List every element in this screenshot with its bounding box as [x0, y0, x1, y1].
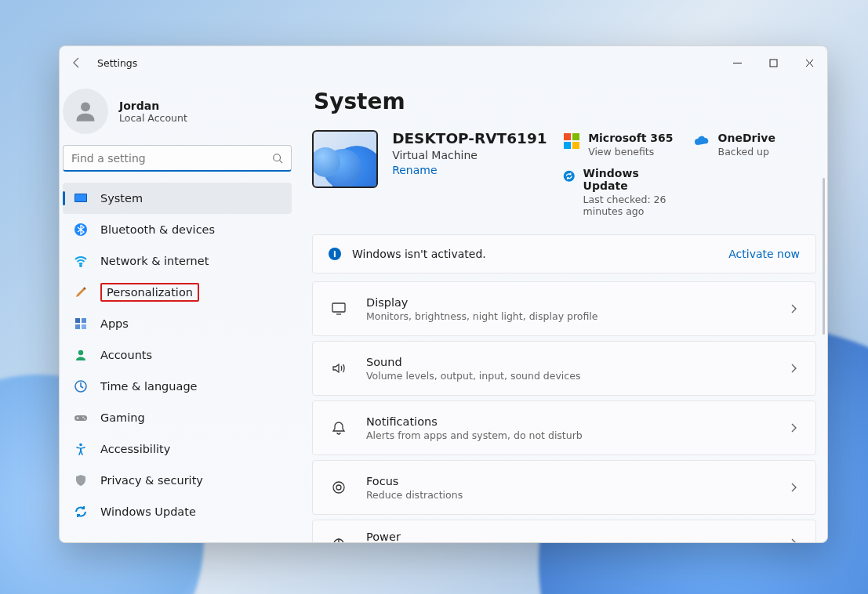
svg-rect-22 — [332, 303, 345, 312]
focus-icon — [330, 479, 347, 496]
svg-rect-20 — [572, 142, 579, 149]
device-name: DESKTOP-RVT6191 — [392, 130, 549, 147]
info-icon: i — [329, 248, 341, 260]
activation-banner: i Windows isn't activated. Activate now — [312, 234, 816, 273]
accessibility-icon — [74, 442, 88, 456]
tile-onedrive[interactable]: OneDriveBacked up — [693, 132, 816, 158]
sidebar-item-privacy[interactable]: Privacy & security — [63, 465, 292, 496]
nav-label: Windows Update — [100, 505, 196, 518]
svg-rect-0 — [770, 60, 777, 67]
svg-point-16 — [79, 444, 82, 447]
monitor-icon — [330, 300, 347, 317]
paintbrush-icon — [74, 285, 88, 299]
search-input-wrap[interactable] — [63, 145, 292, 172]
display-icon — [74, 191, 88, 205]
setting-title: Focus — [366, 475, 463, 487]
sidebar-item-personalization[interactable]: Personalization — [63, 277, 292, 308]
chevron-right-icon — [789, 480, 798, 495]
setting-title: Notifications — [366, 415, 583, 428]
setting-row-sound[interactable]: SoundVolume levels, output, input, sound… — [312, 341, 816, 396]
tile-sub: View benefits — [588, 146, 673, 158]
setting-title: Display — [366, 296, 597, 309]
setting-sub: Reduce distractions — [366, 489, 463, 501]
svg-point-15 — [84, 418, 85, 420]
user-name: Jordan — [119, 100, 187, 112]
scrollbar[interactable] — [823, 178, 825, 335]
svg-rect-9 — [75, 324, 80, 329]
page-title: System — [314, 89, 816, 114]
sidebar-item-gaming[interactable]: Gaming — [63, 402, 292, 433]
svg-rect-17 — [564, 133, 571, 140]
setting-title: Sound — [366, 356, 580, 368]
tile-title: Microsoft 365 — [588, 132, 673, 144]
nav-list: System Bluetooth & devices Network & int… — [60, 179, 303, 542]
minimize-button[interactable] — [719, 50, 755, 75]
sidebar-item-accounts[interactable]: Accounts — [63, 339, 292, 371]
update-circle-icon — [563, 168, 575, 185]
chevron-right-icon — [789, 536, 798, 543]
maximize-button[interactable] — [755, 50, 791, 75]
tile-sub: Last checked: 26 minutes ago — [583, 194, 687, 217]
svg-point-1 — [81, 102, 90, 111]
clock-globe-icon — [74, 379, 88, 393]
nav-label: Privacy & security — [100, 474, 203, 487]
svg-point-21 — [564, 171, 575, 182]
nav-label: Time & language — [100, 380, 198, 393]
setting-row-focus[interactable]: FocusReduce distractions — [312, 460, 816, 515]
activation-text: Windows isn't activated. — [352, 248, 486, 260]
speaker-icon — [330, 360, 347, 377]
sidebar-item-windows-update[interactable]: Windows Update — [63, 496, 292, 527]
nav-label: Apps — [100, 317, 129, 330]
svg-rect-18 — [572, 133, 579, 140]
sidebar-item-accessibility[interactable]: Accessibility — [63, 433, 292, 465]
gamepad-icon — [74, 411, 88, 425]
tile-microsoft365[interactable]: Microsoft 365View benefits — [563, 132, 686, 158]
device-type: Virtual Machine — [392, 149, 549, 161]
chevron-right-icon — [789, 421, 798, 436]
sidebar-item-bluetooth[interactable]: Bluetooth & devices — [63, 214, 292, 245]
setting-title: Power — [366, 531, 518, 543]
titlebar: Settings — [60, 46, 827, 79]
svg-point-14 — [82, 417, 84, 418]
setting-sub: Volume levels, output, input, sound devi… — [366, 370, 580, 382]
svg-rect-4 — [75, 194, 86, 201]
tile-windows-update[interactable]: Windows UpdateLast checked: 26 minutes a… — [563, 167, 686, 217]
sidebar: Jordan Local Account System Bluetooth & … — [60, 79, 303, 542]
nav-label: Network & internet — [100, 255, 209, 267]
svg-point-2 — [274, 154, 281, 161]
nav-label: Accounts — [100, 349, 152, 361]
close-button[interactable] — [791, 50, 827, 75]
power-icon — [330, 534, 347, 542]
svg-rect-13 — [74, 415, 87, 421]
setting-row-notifications[interactable]: NotificationsAlerts from apps and system… — [312, 400, 816, 455]
tile-title: OneDrive — [718, 132, 775, 144]
back-button[interactable] — [71, 56, 83, 69]
device-thumbnail[interactable] — [312, 130, 378, 188]
chevron-right-icon — [789, 302, 798, 317]
svg-point-23 — [333, 482, 344, 493]
setting-row-display[interactable]: DisplayMonitors, brightness, night light… — [312, 281, 816, 336]
sidebar-item-network[interactable]: Network & internet — [63, 245, 292, 277]
settings-window: Settings Jordan Local Account — [59, 45, 828, 543]
sidebar-item-apps[interactable]: Apps — [63, 308, 292, 339]
search-input[interactable] — [71, 152, 272, 165]
chevron-right-icon — [789, 361, 798, 376]
update-icon — [74, 505, 88, 519]
sidebar-item-system[interactable]: System — [63, 183, 292, 214]
setting-row-power[interactable]: PowerScreen and sleep, power mode — [312, 520, 816, 542]
search-icon — [272, 153, 283, 164]
activate-now-link[interactable]: Activate now — [728, 248, 800, 260]
tile-title: Windows Update — [583, 167, 687, 192]
apps-icon — [74, 317, 88, 331]
user-account-button[interactable]: Jordan Local Account — [60, 85, 303, 145]
svg-rect-8 — [82, 318, 86, 323]
wifi-icon — [74, 254, 88, 268]
tile-sub: Backed up — [718, 146, 775, 158]
nav-label: Personalization — [100, 283, 199, 302]
svg-rect-7 — [75, 318, 80, 323]
avatar-icon — [63, 89, 108, 134]
microsoft-icon — [563, 132, 580, 150]
rename-link[interactable]: Rename — [392, 164, 549, 176]
sidebar-item-time-language[interactable]: Time & language — [63, 371, 292, 402]
nav-label: Gaming — [100, 411, 145, 424]
